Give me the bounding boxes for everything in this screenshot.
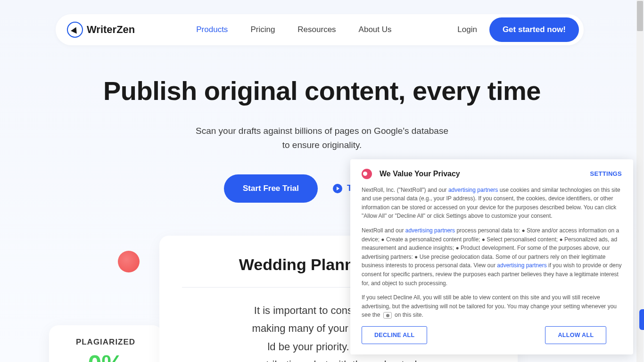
demo-line: tributing, chat with them about wh: [191, 356, 495, 362]
nav-links: Products Pricing Resources About Us: [196, 25, 391, 34]
hero-sub-line1: Scan your drafts against billions of pag…: [0, 124, 644, 138]
logo-icon: [67, 22, 83, 38]
cookie-paragraph-1: NextRoll, Inc. ("NextRoll") and our adve…: [362, 186, 622, 221]
scrollbar-thumb[interactable]: [637, 1, 643, 31]
nav-products[interactable]: Products: [196, 25, 228, 34]
hero-sub-line2: to ensure originality.: [0, 138, 644, 152]
advertising-partners-link[interactable]: advertising partners: [497, 262, 546, 269]
play-icon: [333, 184, 342, 193]
cookie-title: We Value Your Privacy: [380, 170, 583, 178]
chat-widget-icon[interactable]: [639, 309, 644, 330]
cookie-body: NextRoll, Inc. ("NextRoll") and our adve…: [362, 186, 622, 320]
hero-title: Publish original content, every time: [0, 75, 644, 106]
plagiarism-label: PLAGIARIZED: [67, 337, 144, 347]
nextroll-logo-icon: [362, 169, 372, 179]
cookie-header: We Value Your Privacy SETTINGS: [362, 169, 622, 179]
start-trial-button[interactable]: Start Free Trial: [224, 174, 318, 203]
plagiarism-card: PLAGIARIZED 0%: [49, 325, 162, 362]
login-link[interactable]: Login: [457, 25, 477, 34]
cookie-settings-link[interactable]: SETTINGS: [590, 170, 622, 177]
cookie-actions: DECLINE ALL ALLOW ALL: [362, 326, 622, 344]
plagiarism-percent: 0%: [67, 350, 144, 362]
cookie-banner: We Value Your Privacy SETTINGS NextRoll,…: [350, 159, 633, 354]
nav-about[interactable]: About Us: [359, 25, 392, 34]
privacy-badge-icon: [383, 312, 392, 319]
advertising-partners-link[interactable]: advertising partners: [405, 227, 455, 234]
brand-name: WriterZen: [87, 24, 135, 36]
cookie-paragraph-2: NextRoll and our advertising partners pr…: [362, 226, 622, 288]
logo[interactable]: WriterZen: [67, 22, 135, 38]
scrollbar-track[interactable]: [636, 0, 644, 362]
decorative-dot-icon: [118, 251, 140, 272]
cookie-paragraph-3: If you select Decline All, you will stil…: [362, 293, 622, 320]
nav-right: Login Get started now!: [457, 17, 579, 42]
advertising-partners-link[interactable]: advertising partners: [448, 187, 498, 193]
allow-all-button[interactable]: ALLOW ALL: [545, 326, 606, 344]
nav-pricing[interactable]: Pricing: [250, 25, 275, 34]
hero-subtitle: Scan your drafts against billions of pag…: [0, 124, 644, 153]
get-started-button[interactable]: Get started now!: [489, 17, 579, 42]
navbar: WriterZen Products Pricing Resources Abo…: [56, 14, 584, 45]
decline-all-button[interactable]: DECLINE ALL: [362, 326, 427, 344]
nav-resources[interactable]: Resources: [297, 25, 336, 34]
